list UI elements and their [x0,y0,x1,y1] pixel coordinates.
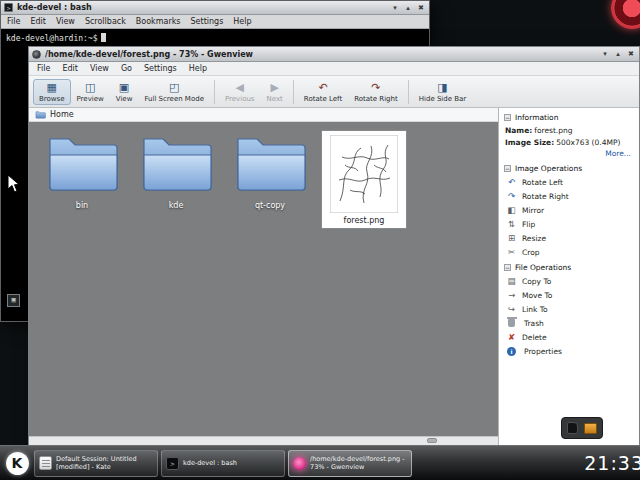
folder-item-qt-copy[interactable]: qt-copy [227,130,313,210]
maximize-icon[interactable]: ▴ [403,3,413,13]
fullscreen-button[interactable]: ◰ Full Screen Mode [138,79,210,105]
desktop: > kde-devel : bash ▾ ▴ ✖ File Edit View … [0,0,640,480]
flip-icon: ⇅ [506,220,517,229]
folder-item-bin[interactable]: bin [39,130,125,210]
properties-icon: i [507,347,516,356]
folder-icon [35,110,46,119]
hide-sidebar-icon: ◨ [437,82,447,95]
browse-button[interactable]: ▦ Browse [33,79,71,105]
maximize-icon[interactable]: ▴ [613,49,623,59]
thumbnail-size-slider[interactable] [427,438,437,443]
section-file-operations[interactable]: − File Operations [499,259,639,274]
image-item-forest[interactable]: forest.png [321,130,407,229]
menu-go[interactable]: Go [121,64,132,73]
op-label: Trash [524,319,544,328]
browser-statusbar [29,436,498,445]
plasma-cashew-icon[interactable] [611,0,640,29]
folder-label: kde [169,201,184,210]
taskbar: K Default Session: Untitled [modified] -… [0,445,640,480]
op-flip[interactable]: ⇅ Flip [499,217,639,231]
previous-icon: ◀ [236,82,244,95]
menu-edit[interactable]: Edit [30,17,46,26]
op-delete[interactable]: ✘ Delete [499,330,639,344]
hand-icon[interactable] [567,422,578,434]
file-browser-view[interactable]: bin kde qt-copy [29,122,498,436]
op-mirror[interactable]: ◧ Mirror [499,203,639,217]
gwenview-app-icon [32,50,41,59]
image-icon[interactable] [584,423,597,434]
previous-button[interactable]: ◀ Previous [219,79,261,105]
more-link[interactable]: More... [499,148,639,160]
konsole-corner-icon[interactable]: ▣ [7,294,20,307]
menu-scrollback[interactable]: Scrollback [85,17,126,26]
menu-view[interactable]: View [56,17,75,26]
taskbar-item-kate[interactable]: Default Session: Untitled [modified] - K… [34,450,158,477]
op-label: Delete [522,333,547,342]
breadcrumb[interactable]: Home [29,108,498,122]
preview-button[interactable]: ◫ Preview [71,79,110,105]
delete-icon: ✘ [506,333,517,342]
konsole-title: kde-devel : bash [17,3,92,12]
menu-help[interactable]: Help [189,64,207,73]
gwenview-sidebar: − Information Name:forest.png Image Size… [499,108,639,445]
collapse-icon[interactable]: − [504,165,511,172]
op-copy-to[interactable]: ▤ Copy To [499,274,639,288]
collapse-icon[interactable]: − [504,114,511,121]
op-rotate-left[interactable]: ↶ Rotate Left [499,175,639,189]
image-thumbnail [330,135,398,213]
menu-bookmarks[interactable]: Bookmarks [136,17,181,26]
op-crop[interactable]: ✂ Crop [499,245,639,259]
collapse-icon[interactable]: − [504,264,511,271]
op-link-to[interactable]: ↪ Link To [499,302,639,316]
taskbar-item-konsole[interactable]: > kde-devel : bash [161,450,285,477]
op-move-to[interactable]: → Move To [499,288,639,302]
rotate-right-button[interactable]: ↷ Rotate Right [348,79,404,105]
op-properties[interactable]: i Properties [499,344,639,358]
preview-icon: ◫ [85,82,95,95]
menu-file[interactable]: File [37,64,50,73]
menu-view[interactable]: View [90,64,109,73]
minimize-icon[interactable]: ▾ [390,3,400,13]
hide-sidebar-button[interactable]: ◨ Hide Side Bar [413,79,473,105]
kmenu-button[interactable]: K [0,446,34,480]
menu-help[interactable]: Help [233,17,251,26]
folder-item-kde[interactable]: kde [133,130,219,210]
op-label: Mirror [522,206,544,215]
op-label: Resize [522,234,546,243]
section-information[interactable]: − Information [499,109,639,124]
view-button[interactable]: ▣ View [110,79,139,105]
op-label: Link To [522,305,548,314]
corner-widget[interactable] [561,417,603,439]
taskbar-item-gwenview[interactable]: /home/kde-devel/forest.png - 73% - Gwenv… [288,450,412,477]
rotate-left-icon: ↶ [318,82,327,95]
menu-file[interactable]: File [7,17,20,26]
konsole-titlebar[interactable]: > kde-devel : bash ▾ ▴ ✖ [1,1,429,15]
gwenview-menubar: File Edit View Go Settings Help [29,62,639,76]
close-icon[interactable]: ✖ [626,49,636,59]
menu-settings[interactable]: Settings [144,64,177,73]
close-icon[interactable]: ✖ [416,3,426,13]
menu-edit[interactable]: Edit [62,64,78,73]
menu-settings[interactable]: Settings [191,17,224,26]
task-label: /home/kde-devel/forest.png - 73% - Gwenv… [310,455,407,471]
next-button[interactable]: ▶ Next [261,79,289,105]
op-trash[interactable]: Trash [499,316,639,330]
folder-label: bin [76,201,88,210]
terminal-cursor [101,33,106,42]
clock[interactable]: 21:33 [584,452,640,474]
op-rotate-right[interactable]: ↷ Rotate Right [499,189,639,203]
section-image-operations[interactable]: − Image Operations [499,160,639,175]
gwenview-window: /home/kde-devel/forest.png - 73% - Gwenv… [28,46,640,446]
info-name-label: Name: [505,126,532,135]
next-label: Next [267,95,283,103]
copy-to-icon: ▤ [506,277,517,286]
op-resize[interactable]: ⊞ Resize [499,231,639,245]
rotate-right-icon: ↷ [506,192,517,201]
fullscreen-label: Full Screen Mode [144,95,204,103]
task-list: Default Session: Untitled [modified] - K… [34,450,412,477]
minimize-icon[interactable]: ▾ [600,49,610,59]
browse-icon: ▦ [47,82,57,95]
gwenview-titlebar[interactable]: /home/kde-devel/forest.png - 73% - Gwenv… [29,47,639,62]
rotate-left-button[interactable]: ↶ Rotate Left [298,79,348,105]
crop-icon: ✂ [506,248,517,257]
